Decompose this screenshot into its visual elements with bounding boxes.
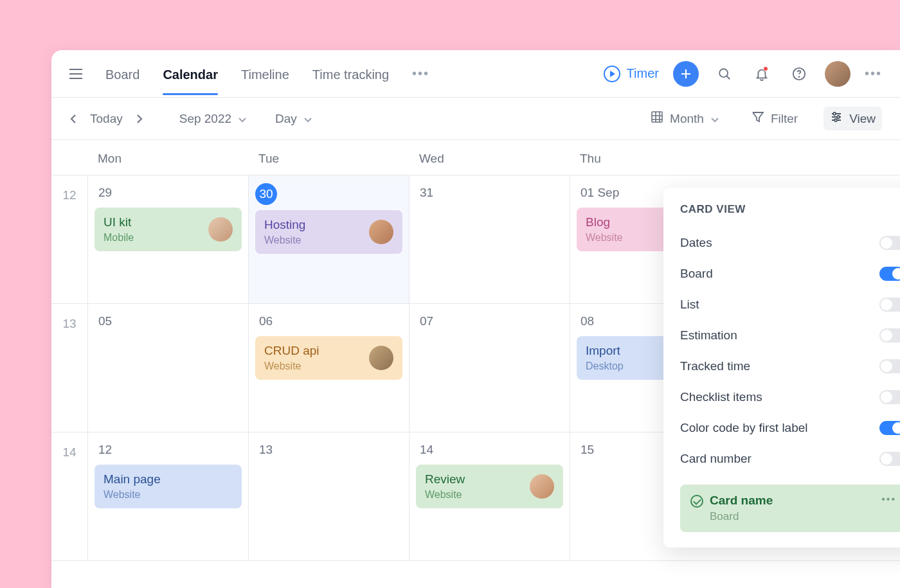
- day-number: 05: [94, 312, 116, 331]
- play-icon: [604, 66, 620, 82]
- granularity-label: Day: [275, 112, 297, 126]
- event-card[interactable]: UI kitMobile: [94, 208, 242, 251]
- day-number: 01 Sep: [577, 183, 623, 202]
- option-label: List: [680, 298, 699, 312]
- calendar-day-cell[interactable]: 07: [409, 304, 570, 432]
- calendar-day-cell[interactable]: 06CRUD apiWebsite: [248, 304, 409, 432]
- notification-dot-icon: [763, 66, 768, 71]
- card-title: CRUD api: [264, 344, 320, 358]
- overflow-icon[interactable]: •••: [865, 66, 882, 81]
- toggle-switch[interactable]: [879, 236, 900, 250]
- calendar-day-cell[interactable]: 14ReviewWebsite: [409, 432, 570, 560]
- timer-button[interactable]: Timer: [604, 66, 659, 82]
- view-option-tracked-time: Tracked time: [680, 351, 900, 382]
- view-option-estimation: Estimation: [680, 320, 900, 351]
- day-number: 12: [94, 440, 116, 459]
- card-title: Review: [425, 472, 465, 486]
- weekday-header: Tue: [248, 140, 409, 175]
- assignee-avatar[interactable]: [369, 220, 393, 244]
- calendar-day-cell[interactable]: 05: [87, 304, 248, 432]
- event-card[interactable]: Main pageWebsite: [94, 465, 242, 508]
- filter-button[interactable]: Filter: [745, 107, 804, 130]
- tab-calendar[interactable]: Calendar: [163, 53, 218, 94]
- top-nav: BoardCalendarTimelineTime tracking ••• T…: [51, 50, 900, 98]
- view-button[interactable]: View: [824, 107, 882, 130]
- event-card[interactable]: HostingWebsite: [255, 210, 402, 254]
- week-number: 12: [51, 175, 87, 303]
- granularity-picker[interactable]: Day: [275, 112, 312, 126]
- svg-point-5: [719, 69, 728, 77]
- month-picker[interactable]: Sep 2022: [179, 112, 247, 126]
- calendar-day-cell[interactable]: 29UI kitMobile: [87, 175, 248, 303]
- prev-button[interactable]: [62, 107, 85, 130]
- view-option-dates: Dates: [680, 227, 900, 258]
- card-subtitle: Website: [425, 489, 465, 501]
- timescale-picker[interactable]: Month: [644, 107, 726, 130]
- view-option-color-code-by-first-label: Color code by first label: [680, 413, 900, 443]
- grid-icon: [651, 111, 663, 127]
- more-icon[interactable]: •••: [881, 494, 896, 505]
- toggle-switch[interactable]: [879, 359, 900, 373]
- calendar-day-cell[interactable]: 13: [248, 432, 409, 560]
- card-title: Hosting: [264, 218, 305, 232]
- calendar-day-cell[interactable]: 30HostingWebsite: [248, 175, 409, 303]
- nav-tabs: BoardCalendarTimelineTime tracking: [105, 53, 389, 94]
- calendar-toolbar: Today Sep 2022 Day Month: [51, 98, 900, 140]
- view-option-checklist-items: Checklist items: [680, 382, 900, 413]
- card-subtitle: Mobile: [104, 232, 134, 244]
- toggle-switch[interactable]: [879, 421, 900, 435]
- view-option-list: List: [680, 289, 900, 320]
- svg-point-15: [833, 112, 836, 115]
- option-label: Color code by first label: [680, 421, 808, 435]
- card-subtitle: Desktop: [586, 361, 624, 372]
- next-button[interactable]: [128, 107, 151, 130]
- card-subtitle: Website: [586, 232, 623, 244]
- card-title: Main page: [104, 472, 161, 486]
- notifications-icon[interactable]: [750, 62, 773, 85]
- assignee-avatar[interactable]: [530, 474, 554, 499]
- user-avatar[interactable]: [825, 61, 851, 87]
- today-button[interactable]: Today: [90, 112, 123, 126]
- day-number: 31: [416, 183, 437, 202]
- preview-card: Card name Board •••: [680, 485, 900, 532]
- chevron-down-icon: [710, 112, 719, 126]
- svg-point-19: [834, 119, 837, 121]
- toggle-switch[interactable]: [879, 267, 900, 281]
- calendar-day-cell[interactable]: 12Main pageWebsite: [87, 432, 248, 560]
- svg-line-6: [726, 76, 730, 79]
- week-number: 13: [51, 304, 87, 432]
- day-number: 14: [416, 440, 437, 459]
- event-card[interactable]: ReviewWebsite: [416, 465, 563, 508]
- day-number: 15: [577, 440, 598, 459]
- filter-label: Filter: [771, 112, 798, 126]
- tab-time-tracking[interactable]: Time tracking: [312, 53, 389, 94]
- help-icon[interactable]: [788, 62, 811, 85]
- add-button[interactable]: [673, 61, 699, 87]
- card-title: Blog: [586, 215, 623, 229]
- day-number: 08: [577, 312, 598, 331]
- view-option-board: Board: [680, 258, 900, 289]
- day-number: 29: [94, 183, 116, 202]
- card-title: Import: [586, 344, 624, 358]
- tab-board[interactable]: Board: [105, 53, 140, 94]
- toggle-switch[interactable]: [879, 328, 900, 343]
- menu-icon[interactable]: [64, 62, 87, 85]
- search-icon[interactable]: [713, 62, 736, 85]
- event-card[interactable]: CRUD apiWebsite: [255, 336, 402, 380]
- calendar-day-cell[interactable]: 31: [409, 175, 570, 303]
- assignee-avatar[interactable]: [208, 217, 233, 242]
- toggle-switch[interactable]: [879, 298, 900, 312]
- svg-point-17: [837, 116, 840, 118]
- preview-card-sub: Board: [710, 510, 773, 523]
- toggle-switch[interactable]: [879, 452, 900, 466]
- weekday-header: Wed: [409, 140, 570, 175]
- top-nav-right: Timer •••: [604, 61, 882, 87]
- timescale-label: Month: [670, 112, 704, 126]
- tab-timeline[interactable]: Timeline: [241, 53, 289, 94]
- option-label: Estimation: [680, 328, 737, 343]
- view-option-card-number: Card number: [680, 443, 900, 474]
- toggle-switch[interactable]: [879, 390, 900, 404]
- more-icon[interactable]: •••: [412, 66, 429, 81]
- assignee-avatar[interactable]: [369, 346, 393, 370]
- panel-title: CARD VIEW: [680, 203, 900, 216]
